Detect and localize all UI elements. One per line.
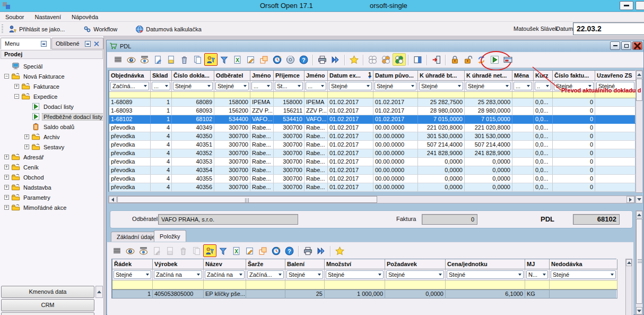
column-header[interactable]: Kurz — [534, 71, 553, 81]
clover-green-icon[interactable] — [393, 53, 406, 66]
sidebar-item[interactable]: +Ceník — [0, 162, 103, 172]
column-header[interactable]: Jméno — [250, 71, 274, 81]
search-cell[interactable] — [525, 280, 550, 290]
transfer-document-icon[interactable] — [488, 53, 501, 66]
table-row[interactable]: převodka440356300700Rabe...300700Rabe...… — [109, 183, 635, 192]
list-icon[interactable] — [110, 244, 124, 257]
scroll-left-icon[interactable] — [109, 196, 117, 203]
scroll-down-icon[interactable] — [636, 195, 643, 203]
search-cell[interactable] — [285, 280, 325, 290]
duplicate-icon[interactable] — [257, 53, 271, 66]
column-header[interactable]: Odběratel — [214, 71, 250, 81]
sidebar-item[interactable]: Speciál — [0, 61, 103, 71]
eye-icon[interactable] — [125, 53, 138, 66]
delete-icon[interactable] — [178, 53, 191, 66]
disc-icon[interactable] — [284, 53, 297, 66]
column-header[interactable]: Název — [204, 259, 246, 269]
copy-document-icon[interactable] — [190, 244, 203, 257]
date-calculator-button[interactable]: Datumová kalkulačka — [133, 24, 204, 35]
search-cell[interactable] — [465, 92, 512, 98]
column-header[interactable]: K úhradě net... — [465, 71, 512, 81]
expand-icon[interactable]: + — [4, 175, 9, 180]
lock-open-icon[interactable] — [462, 53, 475, 66]
search-cell[interactable] — [274, 92, 304, 98]
eye-icon[interactable] — [124, 244, 137, 257]
print-icon[interactable] — [301, 244, 315, 257]
duplicate-icon[interactable] — [256, 244, 269, 257]
column-header[interactable]: Šarže — [246, 259, 285, 269]
expand-icon[interactable]: + — [4, 205, 9, 210]
filter-dropdown[interactable]: Stejné — [386, 270, 444, 279]
filter-dropdown[interactable]: ... — [514, 82, 532, 90]
filter-dropdown[interactable]: Začíná na — [154, 270, 202, 279]
refresh-icon[interactable] — [475, 53, 488, 66]
filter-dropdown[interactable]: Stejné — [551, 270, 616, 279]
scroll-up-icon[interactable] — [636, 211, 642, 218]
minimize-button[interactable] — [620, 1, 633, 10]
login-as-button[interactable]: Přihlásit se jako... — [6, 24, 67, 35]
column-header[interactable]: Datum ex...1 — [328, 71, 373, 81]
search-cell[interactable] — [328, 92, 373, 98]
menu-item-1[interactable]: Nastavení — [33, 13, 62, 21]
module-button-partial[interactable] — [1, 312, 94, 315]
lock-closed-icon[interactable] — [448, 53, 462, 66]
column-header[interactable]: Řádek — [112, 259, 153, 269]
search-cell[interactable] — [153, 280, 204, 290]
excel-export-icon[interactable]: X — [231, 53, 244, 66]
table-row[interactable]: převodka440355300700Rabe...300700Rabe...… — [109, 175, 635, 183]
search-cell[interactable] — [304, 92, 328, 98]
column-header[interactable]: MJ — [525, 259, 550, 269]
filter-dropdown[interactable]: Stejné — [173, 82, 213, 90]
column-header[interactable]: Číslo faktu... — [553, 71, 595, 81]
batch-actions-icon[interactable] — [329, 53, 342, 66]
column-header[interactable]: Uzavřeno ZS — [595, 71, 636, 81]
filter-dropdown[interactable]: ... — [251, 82, 272, 90]
filter-dropdown[interactable]: Stejné — [326, 270, 384, 279]
search-cell[interactable] — [446, 280, 525, 290]
items-vscrollbar[interactable] — [625, 259, 632, 315]
expand-icon[interactable]: + — [4, 155, 9, 159]
column-header[interactable]: Sklad — [151, 71, 172, 81]
column-header[interactable]: Jméno — [304, 71, 328, 81]
scroll-down-icon[interactable] — [636, 307, 642, 314]
collapse-icon[interactable]: − — [14, 94, 19, 99]
filter-dropdown[interactable]: Stejné — [447, 270, 524, 279]
search-cell[interactable] — [534, 92, 553, 98]
column-header[interactable]: Objednávka — [109, 71, 151, 81]
sidebar-item[interactable]: −Nová Fakturace — [0, 71, 103, 81]
search-cell[interactable] — [172, 92, 214, 98]
table-row[interactable]: 1-68102168102534400VAFO...534410VAFO...0… — [109, 115, 635, 124]
excel-export-icon[interactable]: X — [230, 244, 243, 257]
search-cell[interactable] — [112, 280, 153, 290]
column-header[interactable]: Měna — [512, 71, 534, 81]
scroll-up-icon[interactable] — [626, 259, 632, 266]
table-row[interactable]: převodka440354300700Rabe...300700Rabe...… — [109, 166, 635, 175]
tab-favorites[interactable]: Oblíbené — [51, 38, 103, 49]
search-cell[interactable] — [204, 280, 246, 290]
expand-icon[interactable]: + — [4, 185, 9, 190]
menu-item-2[interactable]: Nápověda — [71, 13, 99, 21]
panel-icon[interactable] — [411, 53, 424, 66]
collapse-icon[interactable]: − — [4, 74, 9, 79]
scroll-up-icon[interactable] — [95, 286, 103, 298]
search-cell[interactable] — [550, 280, 617, 290]
column-header[interactable]: Cena/jednotku — [446, 259, 525, 269]
column-header[interactable]: Výrobek — [153, 259, 204, 269]
expand-icon[interactable]: + — [24, 134, 29, 139]
filter-dropdown[interactable]: Začíná... — [110, 82, 149, 90]
expand-icon[interactable]: + — [4, 165, 9, 169]
favorites-icon[interactable] — [333, 244, 346, 257]
sidebar-item[interactable]: +Parametry — [0, 192, 103, 202]
sidebar-item[interactable]: Předběžné dodací listy — [0, 112, 103, 122]
search-cell[interactable] — [385, 280, 446, 290]
list-icon[interactable] — [111, 53, 125, 66]
user-filter-icon[interactable] — [203, 244, 216, 257]
clover-orange-icon[interactable] — [379, 53, 393, 66]
clover-all-icon[interactable] — [366, 53, 379, 66]
column-header[interactable]: Číslo dokla... — [172, 71, 214, 81]
table-row[interactable]: převodka440350300700Rabe...300700Rabe...… — [109, 132, 635, 141]
filter-dropdown[interactable]: .. — [535, 82, 551, 90]
filter-dropdown[interactable]: St... — [275, 82, 303, 90]
table-row[interactable]: převodka440353300700Rabe...300700Rabe...… — [109, 158, 635, 166]
search-cell[interactable] — [325, 280, 385, 290]
